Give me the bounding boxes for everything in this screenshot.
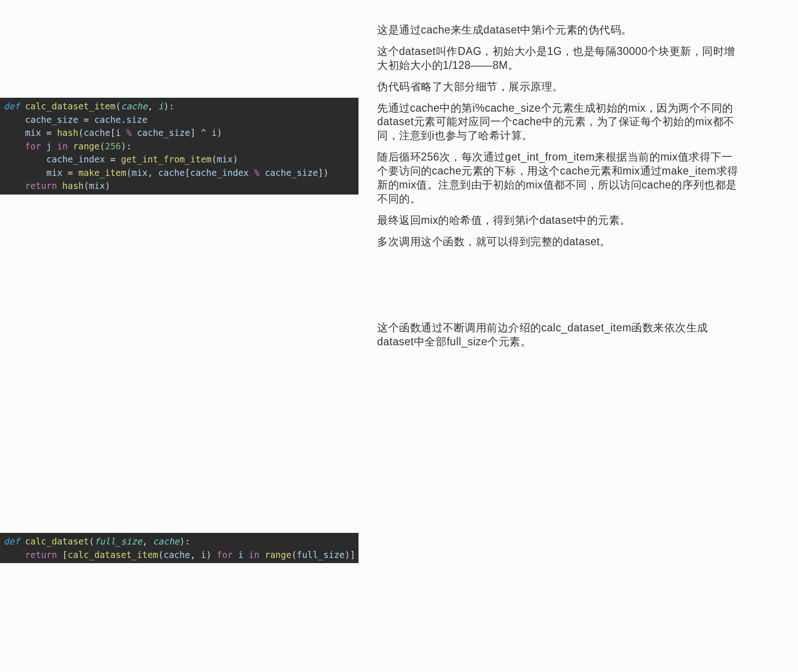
code-token: range: [265, 550, 291, 560]
code-token: )]: [345, 550, 355, 560]
code-token: mix: [89, 181, 105, 191]
explanation-paragraph: 这是通过cache来生成dataset中第i个元素的伪代码。: [377, 23, 742, 37]
code-token: ):: [180, 536, 190, 546]
code-token: ): [105, 181, 110, 191]
code-token: [243, 550, 249, 560]
explanation-paragraph: 先通过cache中的第i%cache_size个元素生成初始的mix，因为两个不…: [377, 101, 742, 143]
code-block-calc-dataset: def calc_dataset(full_size, cache): retu…: [0, 533, 358, 563]
code-token: i: [201, 550, 206, 560]
code-token: %: [254, 168, 259, 178]
section-calc-dataset: def calc_dataset(full_size, cache): retu…: [0, 298, 798, 596]
code-token: [: [110, 128, 115, 138]
code-token: ): [217, 128, 222, 138]
code-token: cache_index: [190, 168, 249, 178]
code-token: (: [100, 141, 105, 151]
code-token: range: [73, 141, 100, 151]
explanation-paragraph: 随后循环256次，每次通过get_int_from_item来根据当前的mix值…: [377, 150, 742, 206]
code-token: mix: [25, 128, 41, 138]
code-token: (: [78, 128, 83, 138]
code-token: cache_size: [137, 128, 190, 138]
code-token: ,: [142, 536, 153, 546]
code-token: full_size: [95, 536, 142, 546]
code-token: cache: [121, 101, 148, 111]
code-token: cache: [163, 550, 190, 560]
code-token: hash: [62, 181, 84, 191]
code-token: [132, 128, 137, 138]
code-token: [68, 141, 73, 151]
code-token: cache_size: [25, 114, 78, 125]
code-token: in: [249, 550, 259, 560]
code-token: def: [4, 101, 20, 111]
code-token: [4, 114, 25, 125]
code-token: in: [57, 141, 68, 151]
code-token: calc_dataset_item: [68, 550, 158, 560]
code-token: .: [121, 114, 126, 125]
code-token: [57, 181, 62, 191]
code-token: [4, 154, 47, 164]
code-token: (: [89, 536, 94, 546]
code-token: =: [105, 154, 121, 164]
code-token: mix: [132, 168, 148, 178]
code-column: def calc_dataset_item(cache, i): cache_s…: [0, 9, 358, 195]
code-token: [233, 550, 238, 560]
code-token: (: [126, 168, 131, 178]
code-token: i: [158, 101, 163, 111]
code-token: [4, 141, 25, 151]
code-token: %: [126, 128, 131, 138]
code-block-calc-dataset-item: def calc_dataset_item(cache, i): cache_s…: [0, 98, 358, 195]
code-token: i: [211, 128, 216, 138]
code-token: [: [185, 168, 190, 178]
code-token: for: [25, 141, 41, 151]
code-token: (: [291, 550, 297, 560]
code-token: [52, 141, 57, 151]
code-token: for: [217, 550, 233, 560]
code-token: ):: [121, 141, 132, 151]
code-token: [: [57, 550, 68, 560]
code-token: full_size: [297, 550, 345, 560]
code-token: ,: [190, 550, 201, 560]
explanation-column-1: 这是通过cache来生成dataset中第i个元素的伪代码。这个dataset叫…: [358, 9, 798, 270]
code-token: cache: [158, 168, 185, 178]
explanation-paragraph: 这个dataset叫作DAG，初始大小是1G，也是每隔30000个块更新，同时增…: [377, 45, 742, 73]
code-token: =: [41, 128, 57, 138]
code-token: cache: [94, 114, 121, 125]
code-token: [206, 128, 211, 138]
code-column: def calc_dataset(full_size, cache): retu…: [0, 307, 358, 563]
code-token: ,: [148, 168, 158, 178]
code-token: ,: [148, 101, 158, 111]
code-token: [41, 141, 46, 151]
code-token: ]: [190, 128, 201, 138]
code-token: j: [47, 141, 52, 151]
code-token: ): [206, 550, 217, 560]
code-token: get_int_from_item: [121, 154, 211, 164]
code-token: hash: [57, 128, 78, 138]
code-token: (: [211, 154, 216, 164]
code-token: [249, 168, 254, 178]
code-token: [259, 550, 264, 560]
code-token: [4, 168, 47, 178]
code-token: calc_dataset: [25, 536, 89, 546]
code-token: mix: [217, 154, 233, 164]
code-token: cache: [153, 536, 179, 546]
code-token: return: [25, 550, 57, 560]
code-token: [4, 128, 25, 138]
code-token: cache_size: [265, 168, 318, 178]
explanation-paragraph: 伪代码省略了大部分细节，展示原理。: [377, 80, 742, 94]
explanation-paragraph: 这个函数通过不断调用前边介绍的calc_dataset_item函数来依次生成d…: [377, 321, 742, 349]
code-token: i: [115, 128, 121, 138]
code-token: return: [25, 181, 57, 191]
code-token: ^: [201, 128, 206, 138]
code-token: calc_dataset_item: [25, 101, 115, 111]
explanation-paragraph: 最终返回mix的哈希值，得到第i个dataset中的元素。: [377, 214, 742, 228]
code-token: [4, 181, 25, 191]
code-token: [20, 101, 25, 111]
code-token: size: [126, 114, 148, 125]
section-calc-dataset-item: def calc_dataset_item(cache, i): cache_s…: [0, 0, 798, 298]
code-token: =: [78, 114, 94, 125]
explanation-column-2: 这个函数通过不断调用前边介绍的calc_dataset_item函数来依次生成d…: [358, 307, 798, 370]
code-token: [259, 168, 264, 178]
code-token: [4, 550, 25, 560]
explanation-paragraph: 多次调用这个函数，就可以得到完整的dataset。: [377, 235, 742, 249]
code-token: def: [4, 536, 20, 546]
code-token: ): [233, 154, 238, 164]
